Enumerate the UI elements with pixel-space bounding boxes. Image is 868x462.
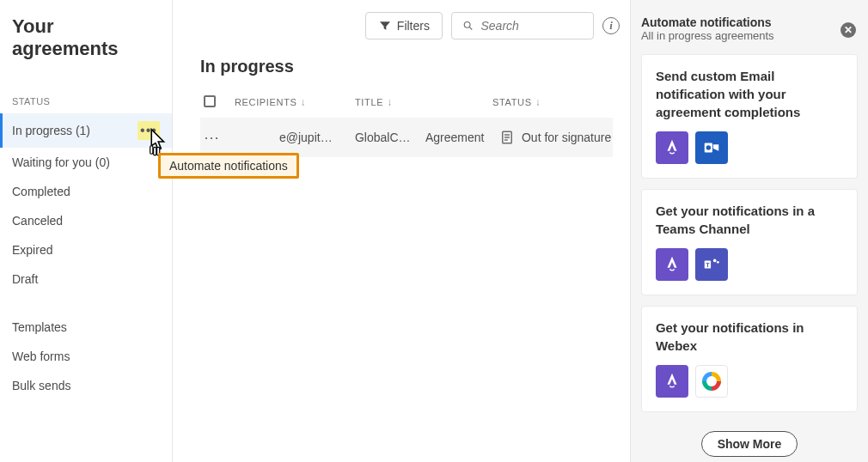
sidebar-item-label: Templates <box>12 320 67 334</box>
svg-rect-12 <box>150 146 153 155</box>
document-icon <box>499 130 515 145</box>
info-icon[interactable]: i <box>602 17 620 34</box>
col-status[interactable]: STATUS ↓ <box>492 96 613 108</box>
close-icon[interactable]: ✕ <box>840 22 856 38</box>
search-input[interactable] <box>480 19 582 33</box>
panel-title: Automate notifications <box>641 15 858 29</box>
acrobat-icon <box>656 365 688 398</box>
svg-point-10 <box>713 259 717 263</box>
card-webex-notification[interactable]: Get your notifications in Webex <box>641 306 858 412</box>
sidebar-item-label: Draft <box>12 272 38 286</box>
sort-arrow-icon: ↓ <box>387 96 393 108</box>
col-title[interactable]: TITLE ↓ <box>355 96 441 108</box>
sidebar-item-expired[interactable]: Expired <box>0 235 172 264</box>
card-badges: T <box>656 248 843 281</box>
sidebar-item-templates[interactable]: Templates <box>0 313 172 342</box>
card-badges <box>656 131 843 164</box>
filters-label: Filters <box>397 19 430 33</box>
card-title: Send custom Email notification with your… <box>656 67 843 121</box>
sidebar-status-heading: STATUS <box>0 77 172 113</box>
card-email-notification[interactable]: Send custom Email notification with your… <box>641 54 858 179</box>
sidebar-item-label: Web forms <box>12 350 70 363</box>
svg-point-7 <box>706 145 712 150</box>
table-header: RECIPIENTS ↓ TITLE ↓ STATUS ↓ <box>200 87 613 118</box>
sidebar-item-bulksends[interactable]: Bulk sends <box>0 371 172 400</box>
context-menu-popover: Automate notifications <box>136 125 299 179</box>
svg-rect-13 <box>154 147 156 155</box>
col-recipients[interactable]: RECIPIENTS ↓ <box>235 96 338 108</box>
svg-point-11 <box>717 261 719 264</box>
sidebar-item-completed[interactable]: Completed <box>0 177 172 206</box>
search-icon <box>462 19 474 33</box>
sidebar-item-label: Completed <box>12 185 70 198</box>
filter-icon <box>378 19 392 33</box>
automate-panel: ✕ Automate notifications All in progress… <box>630 0 868 462</box>
cell-status: Out for signature <box>499 130 611 145</box>
sidebar-item-webforms[interactable]: Web forms <box>0 342 172 371</box>
sidebar-item-label: Expired <box>12 243 52 257</box>
cell-type: Agreement <box>425 131 494 144</box>
card-teams-notification[interactable]: Get your notifications in a Teams Channe… <box>641 189 858 295</box>
acrobat-icon <box>656 131 688 164</box>
svg-point-0 <box>464 21 470 27</box>
sidebar-item-draft[interactable]: Draft <box>0 264 172 294</box>
outlook-icon <box>695 131 728 164</box>
cell-title: GlobalC… <box>355 131 425 144</box>
sidebar-item-canceled[interactable]: Canceled <box>0 206 172 235</box>
filters-button[interactable]: Filters <box>365 12 443 40</box>
sidebar-item-label: Bulk sends <box>12 379 70 392</box>
show-more-button[interactable]: Show More <box>701 431 798 457</box>
menu-item-automate[interactable]: Automate notifications <box>158 153 299 179</box>
sort-arrow-icon: ↓ <box>301 96 307 108</box>
card-title: Get your notifications in a Teams Channe… <box>656 202 843 238</box>
search-field[interactable] <box>451 12 594 40</box>
sidebar-item-label: Waiting for you (0) <box>12 155 110 169</box>
section-title: In progress <box>200 57 613 76</box>
page-title: Your agreements <box>0 15 172 77</box>
sidebar-item-label: Canceled <box>12 214 63 228</box>
card-title: Get your notifications in Webex <box>656 319 843 355</box>
select-all-checkbox[interactable] <box>204 95 216 107</box>
acrobat-icon <box>656 248 688 281</box>
teams-icon: T <box>695 248 728 281</box>
panel-subtitle: All in progress agreements <box>641 29 858 42</box>
webex-icon <box>695 365 728 398</box>
svg-line-1 <box>469 27 472 30</box>
sort-arrow-icon: ↓ <box>535 96 541 108</box>
svg-text:T: T <box>706 261 710 269</box>
card-badges <box>656 365 843 398</box>
sidebar-item-label: In progress (1) <box>12 124 90 137</box>
